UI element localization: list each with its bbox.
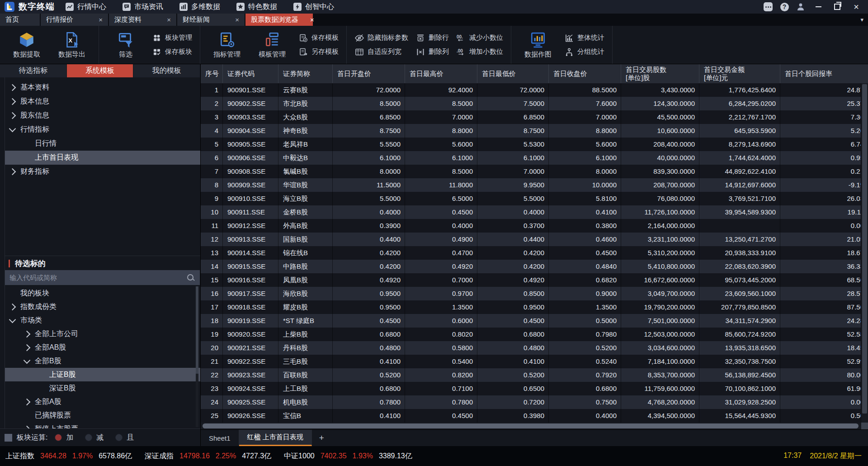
tree-item-market-class[interactable]: 市场类 [5,314,200,327]
toolbar-hide-params-button[interactable]: 隐藏指标参数 [354,33,408,43]
sidebar-tab-my-templates[interactable]: 我的模板 [133,64,200,77]
table-row[interactable]: 15900916.SSE凤凰B股0.49200.70000.49200.6820… [201,273,868,287]
tab-quotes[interactable]: 行情报价× [41,14,108,26]
tab-close-icon[interactable]: × [155,16,171,24]
tree-item-my-boards[interactable]: 我的板块 [5,286,200,300]
column-header-6[interactable]: 首日收盘价 [549,64,621,83]
table-row[interactable]: 1900901.SSE云赛B股72.000092.400072.000088.5… [201,83,868,97]
table-row[interactable]: 22900923.SSE百联B股0.52000.82000.52000.7920… [201,368,868,382]
block-op-且[interactable]: 且 [115,433,134,442]
toolbar-template-saveas-button[interactable]: 另存模板 [298,47,339,57]
column-header-1[interactable]: 证券代码 [223,64,278,83]
toolbar-group-stats-button[interactable]: 分组统计 [564,47,604,57]
table-row[interactable]: 6900906.SSE中毅达B6.10006.10006.10006.10004… [201,151,868,165]
table-row[interactable]: 10900911.SSE金桥B股0.40000.45000.40000.4100… [201,205,868,219]
tree-item-share-info[interactable]: 股本信息 [5,95,200,109]
block-operation-checkbox[interactable] [5,434,12,442]
table-row[interactable]: 16900917.SSE海欣B股0.95000.97000.85000.9000… [201,287,868,300]
table-row[interactable]: 25900926.SSE宝信B0.41000.45000.39800.40004… [201,409,868,423]
scrollbar-thumb[interactable] [203,423,859,428]
table-row[interactable]: 3900903.SSE大众B股6.85007.00006.85007.00004… [201,110,868,124]
sidebar-tab-system-templates[interactable]: 系统模板 [67,64,133,77]
tab-close-icon[interactable]: × [298,16,314,24]
user-button[interactable] [796,2,806,12]
tree-item-all-ab[interactable]: 全部AB股 [5,341,200,354]
tab-deep-profile[interactable]: 深度资料× [109,14,176,26]
column-header-7[interactable]: 首日交易股数 [单位]股 [621,64,699,83]
table-row[interactable]: 12900913.SSE国新B股0.44000.49000.44000.4600… [201,233,868,246]
toolbar-decimal-decrease-button[interactable]: 00.减少小数位 [456,33,503,43]
tree-item-quote-indicators[interactable]: 行情指标 [5,123,200,137]
block-op-加[interactable]: 加 [55,433,73,442]
tab-finance-news[interactable]: 财经新闻× [177,14,245,26]
tree-item-basic-info[interactable]: 基本资料 [5,81,200,95]
table-row[interactable]: 4900904.SSE神奇B股8.75008.80008.75008.80001… [201,124,868,138]
search-input[interactable] [5,274,186,281]
help-button[interactable]: ? [779,2,789,12]
toolbar-filter-button[interactable]: 筛选 [105,31,146,59]
tree-item-holder-info[interactable]: 股东信息 [5,109,200,123]
toolbar-template-save-button[interactable]: 保存模板 [298,33,339,43]
tree-item-first-day-performance[interactable]: 上市首日表现 [5,151,200,165]
toolbar-data-extract-button[interactable]: 数据提取 [6,31,47,59]
toolbar-template-manage-button[interactable]: 模板管理 [251,31,293,59]
menu-item-featured-data[interactable]: 特色数据 [236,2,277,12]
search-icon[interactable] [186,273,195,282]
toolbar-delete-col-button[interactable]: 删除列 [415,47,449,57]
toolbar-board-save-button[interactable]: 保存板块 [152,47,192,57]
toolbar-board-manage-button[interactable]: 板块管理 [152,33,192,43]
table-row[interactable]: 8900909.SSE华谊B股11.500011.80009.950010.00… [201,178,868,192]
menu-item-innovation-center[interactable]: 创智中心 [293,2,334,12]
toolbar-fit-width-button[interactable]: 自适应列宽 [354,47,408,57]
close-button[interactable]: × [850,2,863,12]
scrollbar-thumb[interactable] [862,84,867,414]
tree-item-all-a[interactable]: 全部A股 [5,395,200,409]
targets-tree-scrollbar[interactable] [196,286,198,427]
menu-item-multi-data[interactable]: 多维数据 [179,2,220,12]
toolbar-overall-stats-button[interactable]: 整体统计 [564,33,604,43]
table-row[interactable]: 21900922.SSE三毛B股0.41000.54000.41000.5240… [201,355,868,368]
table-row[interactable]: 11900912.SSE外高B股0.39000.40000.37000.3800… [201,219,868,233]
column-header-9[interactable]: 首日个股回报率 [780,64,868,83]
column-header-2[interactable]: 证券简称 [278,64,333,83]
column-header-3[interactable]: 首日开盘价 [333,64,405,83]
app-logo[interactable]: 数字终端 [0,1,62,13]
toolbar-data-export-button[interactable]: X数据导出 [51,31,93,59]
tab-home[interactable]: 首页 [0,14,40,26]
menu-item-market-info[interactable]: 市场资讯 [123,2,163,12]
toolbar-delete-row-button[interactable]: 删除行 [415,33,449,43]
scrollbar-thumb[interactable] [196,286,198,374]
vertical-scrollbar[interactable] [861,83,868,423]
sheet-tab-sheet1[interactable]: Sheet1 [201,430,239,446]
toolbar-indicator-manage-button[interactable]: 指标管理 [206,31,248,59]
column-header-0[interactable]: 序号 [201,64,223,83]
tree-item-sz-b[interactable]: 深证B股 [5,381,200,395]
table-row[interactable]: 18900919.SSE*ST 绿庭B0.45000.60000.45000.5… [201,314,868,328]
table-row[interactable]: 17900918.SSE耀皮B股0.95001.35000.95001.3500… [201,300,868,314]
restore-button[interactable] [831,2,844,12]
column-header-8[interactable]: 首日交易金额 [单位]元 [699,64,780,83]
tree-item-daily-quote[interactable]: 日行情 [5,137,200,151]
toolbar-chart-plot-button[interactable]: 数据作图 [517,31,559,59]
table-row[interactable]: 14900915.SSE中路B股0.42000.49200.42000.4840… [201,260,868,273]
table-row[interactable]: 20900921.SSE丹科B股0.48000.58000.48000.5200… [201,341,868,355]
add-sheet-button[interactable]: + [312,430,331,446]
table-row[interactable]: 24900925.SSE机电B股0.78000.78000.72000.7500… [201,395,868,409]
tree-item-delisted[interactable]: 已摘牌股票 [5,409,200,422]
tree-item-sh-b[interactable]: 上证B股 [5,368,200,381]
horizontal-scrollbar[interactable] [201,423,861,429]
tree-item-suspended[interactable]: 暂停上市股票 [5,422,200,429]
tab-close-icon[interactable]: × [223,16,239,24]
table-row[interactable]: 9900910.SSE海立B股5.50006.50005.50005.81007… [201,192,868,205]
table-row[interactable]: 7900908.SSE氯碱B股8.00008.50007.00008.00008… [201,165,868,178]
sheet-tab-template-sheet[interactable]: 红楹 上市首日表现 [239,430,312,446]
table-row[interactable]: 13900914.SSE锦在线B0.42000.47000.42000.4500… [201,246,868,260]
menu-item-market-center[interactable]: 行情中心 [66,2,106,12]
table-row[interactable]: 19900920.SSE上柴B股0.68000.80200.68000.7980… [201,328,868,341]
chat-button[interactable] [763,2,773,12]
column-header-4[interactable]: 首日最高价 [405,64,477,83]
column-header-5[interactable]: 首日最低价 [477,64,549,83]
table-row[interactable]: 2900902.SSE市北B股8.50008.50007.50007.60001… [201,97,868,110]
tab-stock-data-browser[interactable]: 股票数据浏览器× [245,14,313,26]
toolbar-decimal-increase-button[interactable]: .00增加小数位 [456,47,503,57]
